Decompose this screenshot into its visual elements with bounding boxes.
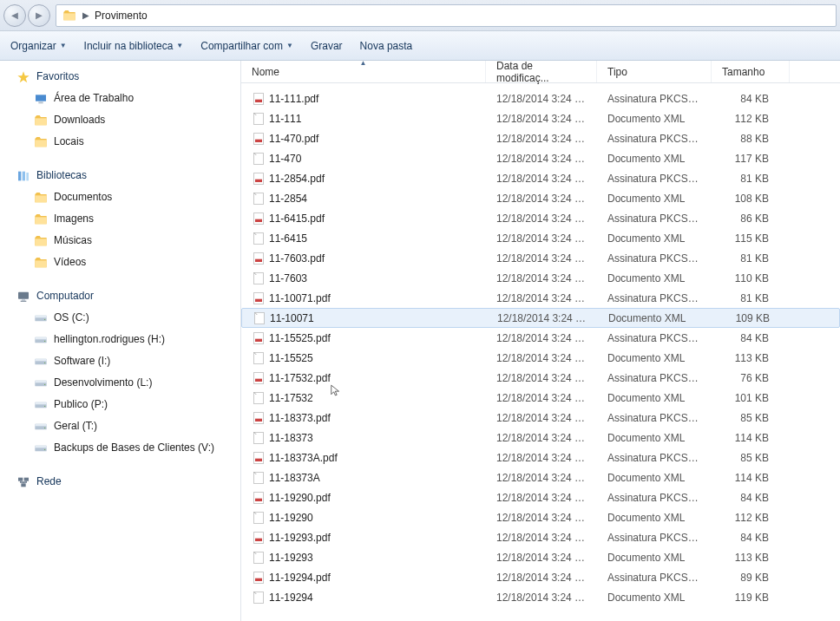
sidebar-item-music[interactable]: Músicas (0, 230, 240, 252)
file-row[interactable]: 11-18373.pdf12/18/2014 3:24 PMAssinatura… (241, 408, 840, 428)
file-size: 81 KB (712, 173, 779, 185)
star-icon (16, 70, 31, 84)
file-row[interactable]: 11-2854.pdf12/18/2014 3:24 PMAssinatura … (241, 168, 840, 188)
xml-icon (252, 431, 266, 445)
sidebar-drive-h[interactable]: hellington.rodrigues (H:) (0, 329, 240, 350)
sidebar-favorites[interactable]: Favoritos (0, 66, 240, 88)
sidebar-item-desktop[interactable]: Área de Trabalho (0, 88, 240, 109)
sidebar-item-documents[interactable]: Documentos (0, 186, 240, 208)
file-row[interactable]: 11-19293.pdf12/18/2014 3:24 PMAssinatura… (241, 527, 840, 547)
sidebar-drive-v[interactable]: Backups de Bases de Clientes (V:) (0, 437, 240, 459)
file-date: 12/18/2014 3:24 PM (486, 532, 597, 544)
file-date: 12/18/2014 3:24 PM (486, 472, 597, 484)
breadcrumb[interactable]: ▶ Provimento (56, 4, 837, 27)
file-row[interactable]: 11-10071.pdf12/18/2014 3:24 PMAssinatura… (241, 288, 840, 308)
sidebar-item-locals[interactable]: Locais (0, 131, 240, 153)
file-row[interactable]: 11-1837312/18/2014 3:24 PMDocumento XML1… (241, 428, 840, 448)
file-row[interactable]: 11-18373A.pdf12/18/2014 3:24 PMAssinatur… (241, 448, 840, 467)
file-date: 12/18/2014 3:24 PM (486, 292, 597, 304)
sidebar-item-videos[interactable]: Vídeos (0, 252, 240, 273)
file-row[interactable]: 11-19294.pdf12/18/2014 3:24 PMAssinatura… (241, 567, 840, 587)
file-date: 12/18/2014 3:24 PM (486, 272, 597, 284)
chevron-down-icon: ▼ (60, 42, 67, 49)
column-size[interactable]: Tamanho (712, 61, 790, 82)
sidebar-computer[interactable]: Computador (0, 285, 240, 307)
column-type[interactable]: Tipo (597, 61, 712, 82)
share-button[interactable]: Compartilhar com▼ (199, 36, 295, 56)
file-row[interactable]: 11-1753212/18/2014 3:24 PMDocumento XML1… (241, 388, 840, 408)
file-date: 12/18/2014 3:24 PM (486, 173, 597, 185)
file-row[interactable]: 11-111.pdf12/18/2014 3:24 PMAssinatura P… (241, 88, 840, 108)
file-size: 85 KB (712, 412, 779, 424)
pdf-icon (252, 132, 266, 146)
xml-icon (252, 232, 266, 245)
file-row[interactable]: 11-7603.pdf12/18/2014 3:24 PMAssinatura … (241, 248, 840, 268)
file-row[interactable]: 11-47012/18/2014 3:24 PMDocumento XML117… (241, 148, 840, 168)
file-row[interactable]: 11-1552512/18/2014 3:24 PMDocumento XML1… (241, 348, 840, 368)
file-row[interactable]: 11-1929312/18/2014 3:24 PMDocumento XML1… (241, 547, 840, 567)
file-row[interactable]: 11-17532.pdf12/18/2014 3:24 PMAssinatura… (241, 368, 840, 388)
file-date: 12/18/2014 3:24 PM (486, 252, 597, 265)
xml-icon (252, 271, 266, 285)
folder-icon (33, 114, 49, 127)
file-name: 11-18373A.pdf (269, 452, 338, 464)
include-library-button[interactable]: Incluir na biblioteca▼ (82, 36, 186, 56)
file-date: 12/18/2014 3:24 PM (486, 93, 597, 105)
new-folder-button[interactable]: Nova pasta (358, 36, 415, 56)
monitor-icon (16, 290, 31, 304)
file-row[interactable]: 11-1929012/18/2014 3:24 PMDocumento XML1… (241, 507, 840, 527)
file-size: 112 KB (712, 512, 779, 524)
file-name: 11-10071.pdf (269, 292, 331, 304)
file-type: Assinatura PKCS n... (597, 532, 712, 544)
sidebar-libraries[interactable]: Bibliotecas (0, 165, 240, 186)
column-date[interactable]: Data de modificaç... (486, 61, 597, 82)
file-row[interactable]: 11-470.pdf12/18/2014 3:24 PMAssinatura P… (241, 128, 840, 148)
file-size: 110 KB (712, 272, 779, 284)
file-date: 12/18/2014 3:24 PM (486, 212, 597, 225)
sidebar-drive-l[interactable]: Desenvolvimento (L:) (0, 372, 240, 394)
file-date: 12/18/2014 3:24 PM (486, 412, 597, 424)
file-row[interactable]: 11-15525.pdf12/18/2014 3:24 PMAssinatura… (241, 328, 840, 348)
file-row[interactable]: 11-11112/18/2014 3:24 PMDocumento XML112… (241, 108, 840, 128)
sidebar-drive-c[interactable]: OS (C:) (0, 307, 240, 329)
file-name: 11-10071 (270, 312, 314, 324)
sidebar-drive-t[interactable]: Geral (T:) (0, 415, 240, 437)
file-type: Assinatura PKCS n... (597, 372, 712, 384)
xml-icon (252, 112, 266, 126)
file-type: Documento XML (597, 472, 712, 484)
folder-icon (33, 212, 49, 226)
pdf-icon (252, 451, 266, 465)
file-date: 12/18/2014 3:24 PM (486, 372, 597, 384)
nav-back-button[interactable]: ◄ (3, 4, 26, 27)
file-row[interactable]: 11-641512/18/2014 3:24 PMDocumento XML11… (241, 228, 840, 248)
sidebar-network[interactable]: Rede (0, 471, 240, 493)
sidebar-item-downloads[interactable]: Downloads (0, 109, 240, 131)
sidebar-drive-p[interactable]: Publico (P:) (0, 394, 240, 415)
sidebar-item-images[interactable]: Imagens (0, 208, 240, 230)
xml-icon (252, 471, 266, 485)
file-date: 12/18/2014 3:24 PM (486, 592, 597, 604)
column-name[interactable]: Nome▲ (241, 61, 486, 82)
file-row[interactable]: 11-285412/18/2014 3:24 PMDocumento XML10… (241, 188, 840, 208)
file-row[interactable]: 11-19290.pdf12/18/2014 3:24 PMAssinatura… (241, 487, 840, 507)
organize-button[interactable]: Organizar▼ (9, 36, 69, 56)
file-row[interactable]: 11-6415.pdf12/18/2014 3:24 PMAssinatura … (241, 208, 840, 228)
burn-button[interactable]: Gravar (309, 36, 345, 56)
chevron-down-icon: ▼ (176, 42, 183, 49)
folder-icon (33, 234, 49, 248)
breadcrumb-folder[interactable]: Provimento (95, 10, 148, 22)
file-date: 12/18/2014 3:24 PM (486, 572, 597, 584)
file-name: 11-2854 (269, 193, 307, 205)
file-row[interactable]: 11-1007112/18/2014 3:24 PMDocumento XML1… (241, 308, 840, 328)
file-type: Documento XML (597, 232, 712, 245)
file-date: 12/18/2014 3:24 PM (486, 133, 597, 145)
file-size: 84 KB (712, 492, 779, 504)
file-row[interactable]: 11-760312/18/2014 3:24 PMDocumento XML11… (241, 268, 840, 288)
chevron-down-icon: ▼ (286, 42, 293, 49)
file-row[interactable]: 11-1929412/18/2014 3:24 PMDocumento XML1… (241, 587, 840, 607)
sidebar-drive-i[interactable]: Software (I:) (0, 350, 240, 372)
file-type: Assinatura PKCS n... (597, 292, 712, 304)
file-row[interactable]: 11-18373A12/18/2014 3:24 PMDocumento XML… (241, 467, 840, 487)
file-date: 12/18/2014 3:24 PM (486, 452, 597, 464)
nav-forward-button[interactable]: ► (28, 4, 50, 27)
